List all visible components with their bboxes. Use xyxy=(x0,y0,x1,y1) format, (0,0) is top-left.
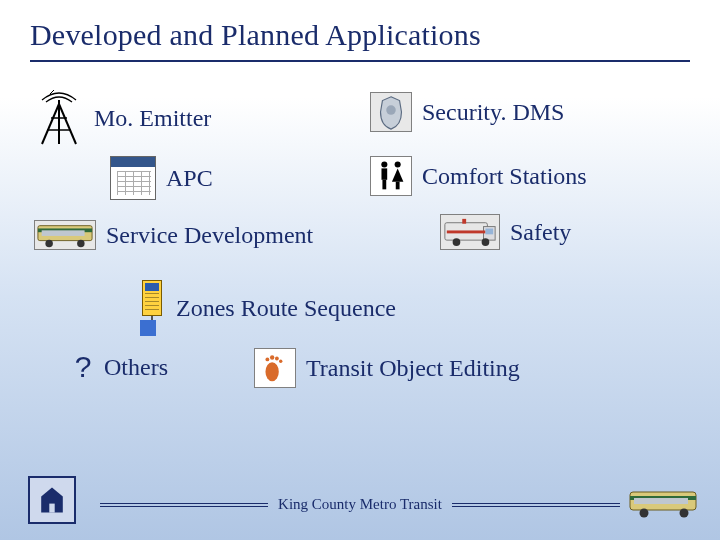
footer-logo-icon xyxy=(28,476,76,524)
svg-rect-19 xyxy=(447,230,486,233)
svg-rect-32 xyxy=(634,498,688,504)
footer-line: King County Metro Transit xyxy=(100,496,620,513)
item-apc: APC xyxy=(110,156,213,200)
tally-sheet-icon xyxy=(110,156,156,200)
label-service-dev: Service Development xyxy=(106,222,313,249)
content-area: Mo. Emitter Security. DMS APC Comfort St… xyxy=(0,62,720,462)
item-comfort-stations: Comfort Stations xyxy=(370,156,587,196)
label-apc: APC xyxy=(166,165,213,192)
svg-point-21 xyxy=(453,238,461,246)
label-mo-emitter: Mo. Emitter xyxy=(94,105,211,132)
bus-stop-sign-icon xyxy=(138,280,166,336)
label-toe: Transit Object Editing xyxy=(306,355,520,382)
svg-rect-9 xyxy=(382,180,386,190)
svg-point-34 xyxy=(680,509,689,518)
svg-point-6 xyxy=(386,105,396,115)
footer: King County Metro Transit xyxy=(0,478,720,526)
svg-line-1 xyxy=(42,104,59,144)
svg-rect-11 xyxy=(396,182,400,190)
item-security-dms: Security. DMS xyxy=(370,92,564,132)
label-security-dms: Security. DMS xyxy=(422,99,564,126)
svg-point-15 xyxy=(45,240,52,247)
svg-point-27 xyxy=(275,357,279,361)
svg-point-26 xyxy=(270,355,274,359)
svg-point-16 xyxy=(77,240,84,247)
svg-point-33 xyxy=(640,509,649,518)
item-zones: Zones Route Sequence xyxy=(138,280,396,336)
svg-point-24 xyxy=(265,362,278,381)
svg-line-2 xyxy=(59,104,76,144)
label-comfort: Comfort Stations xyxy=(422,163,587,190)
restroom-icon xyxy=(370,156,412,196)
label-zones: Zones Route Sequence xyxy=(176,295,396,322)
item-service-development: Service Development xyxy=(34,220,313,250)
svg-rect-23 xyxy=(462,218,466,223)
question-mark-icon: ? xyxy=(72,350,94,384)
svg-rect-29 xyxy=(49,504,54,513)
svg-point-10 xyxy=(395,162,401,168)
svg-point-7 xyxy=(381,162,387,168)
bus-icon xyxy=(34,220,96,250)
police-badge-icon xyxy=(370,92,412,132)
radio-tower-icon xyxy=(34,90,84,146)
svg-rect-14 xyxy=(42,230,85,236)
svg-point-25 xyxy=(265,358,269,362)
footer-rule-right xyxy=(452,503,620,507)
svg-point-28 xyxy=(279,360,282,363)
label-safety: Safety xyxy=(510,219,571,246)
footprint-icon xyxy=(254,348,296,388)
footer-bus-icon xyxy=(628,486,700,520)
slide-title: Developed and Planned Applications xyxy=(0,0,720,56)
item-safety: Safety xyxy=(440,214,571,250)
footer-org: King County Metro Transit xyxy=(278,496,442,513)
item-mo-emitter: Mo. Emitter xyxy=(34,90,211,146)
label-others: Others xyxy=(104,354,168,381)
svg-point-22 xyxy=(482,238,490,246)
item-transit-object-editing: Transit Object Editing xyxy=(254,348,520,388)
svg-rect-20 xyxy=(485,228,493,234)
item-others: ? Others xyxy=(72,350,168,384)
footer-rule-left xyxy=(100,503,268,507)
ambulance-van-icon xyxy=(440,214,500,250)
svg-rect-8 xyxy=(381,168,387,179)
